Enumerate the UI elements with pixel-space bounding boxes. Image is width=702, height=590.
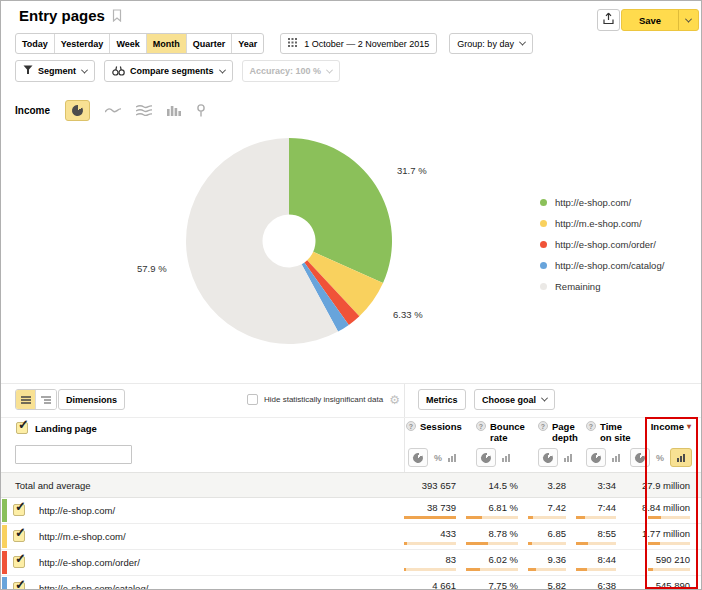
accuracy-label: Accuracy: 100 % <box>250 66 322 76</box>
segment-button[interactable]: Segment <box>15 60 95 82</box>
column-header-income[interactable]: Income ▾ <box>624 421 691 432</box>
view-tree-button[interactable] <box>36 390 56 409</box>
income-chart-region: 31.7 % 6.33 % 57.9 % http://e-shop.com/ … <box>1 125 702 383</box>
chart-type-map-button[interactable] <box>196 104 206 117</box>
tab-quarter[interactable]: Quarter <box>187 34 233 53</box>
hide-insignificant-checkbox[interactable] <box>247 394 258 405</box>
row-url[interactable]: http://e-shop.com/order/ <box>39 550 140 575</box>
metric-bar: Income <box>15 97 206 123</box>
row-url[interactable]: http://m.e-shop.com/ <box>39 524 126 549</box>
dimension-title: Landing page <box>35 423 97 434</box>
column-header-bounce-rate[interactable]: ? Bounce rate <box>476 421 526 443</box>
row-checkbox[interactable] <box>13 530 25 542</box>
bars-view-button[interactable] <box>564 454 572 462</box>
binoculars-icon <box>112 65 130 78</box>
table-row: http://e-shop.com/order/ 83 6.02 % 9.36 … <box>1 550 702 576</box>
group-by-button[interactable]: Group: by day <box>449 33 533 54</box>
tab-year[interactable]: Year <box>232 34 263 53</box>
pie-view-button[interactable] <box>538 448 558 467</box>
accuracy-dropdown[interactable]: Accuracy: 100 % <box>242 60 341 82</box>
help-icon[interactable]: ? <box>586 421 596 431</box>
chart-type-stacked-button[interactable] <box>136 104 152 116</box>
chart-type-pie-button[interactable] <box>65 100 90 121</box>
row-checkbox[interactable] <box>13 582 25 590</box>
export-icon <box>602 11 615 29</box>
stacked-area-icon <box>136 104 152 116</box>
tab-yesterday[interactable]: Yesterday <box>55 34 111 53</box>
bars-view-button[interactable] <box>502 454 510 462</box>
pie-view-button[interactable] <box>586 448 606 467</box>
help-icon[interactable]: ? <box>406 421 416 431</box>
pie-view-button[interactable] <box>630 448 650 467</box>
column-header-sessions[interactable]: ? Sessions <box>406 421 462 432</box>
column-header-page-depth[interactable]: ? Page depth <box>538 421 584 443</box>
mini-bar <box>404 516 456 519</box>
mini-bar <box>528 542 566 545</box>
donut-slice[interactable] <box>289 138 392 283</box>
segment-label: Segment <box>38 66 76 76</box>
save-menu-chevron[interactable] <box>679 10 698 30</box>
pie-view-button[interactable] <box>408 448 428 467</box>
period-toolbar: Today Yesterday Week Month Quarter Year … <box>15 33 533 54</box>
tab-month[interactable]: Month <box>147 34 187 53</box>
mini-bar <box>466 516 518 519</box>
page-header: Entry pages Save <box>1 1 701 33</box>
bars-view-button[interactable] <box>612 454 620 462</box>
legend-item[interactable]: http://e-shop.com/catalog/ <box>540 260 664 271</box>
pie-chart-icon <box>590 452 602 464</box>
metric-label: Income <box>15 105 50 116</box>
pie-view-button[interactable] <box>476 448 496 467</box>
view-list-button[interactable] <box>16 390 36 409</box>
export-button[interactable] <box>597 9 620 31</box>
line-chart-icon <box>105 105 121 115</box>
bars-view-button[interactable] <box>448 454 456 462</box>
metrics-button[interactable]: Metrics <box>418 389 466 410</box>
choose-goal-button[interactable]: Choose goal <box>474 389 555 410</box>
mini-bar <box>576 568 616 571</box>
row-color-strip <box>2 577 7 590</box>
chart-type-columns-button[interactable] <box>167 105 181 116</box>
hide-insignificant-label: Hide statistically insignificant data <box>264 395 383 404</box>
help-icon[interactable]: ? <box>476 421 486 431</box>
legend-item[interactable]: http://e-shop.com/order/ <box>540 239 664 250</box>
mini-bar <box>404 542 456 545</box>
income-donut-svg[interactable] <box>184 136 394 346</box>
gear-icon[interactable]: ⚙ <box>389 394 400 406</box>
chart-type-line-button[interactable] <box>105 105 121 115</box>
column-chart-icon <box>167 105 181 116</box>
bookmark-icon[interactable] <box>112 9 122 22</box>
row-url[interactable]: http://e-shop.com/ <box>39 498 115 523</box>
row-url[interactable]: http://e-shop.com/catalog/ <box>39 576 148 590</box>
tab-today[interactable]: Today <box>16 34 55 53</box>
percent-view-button[interactable]: % <box>434 453 442 463</box>
income-display-options: % <box>630 447 692 468</box>
dimensions-button[interactable]: Dimensions <box>58 389 125 410</box>
legend-dot <box>540 283 547 290</box>
sessions-display-options: % <box>408 447 456 468</box>
tab-week[interactable]: Week <box>110 34 146 53</box>
legend-dot <box>540 262 547 269</box>
save-button-label[interactable]: Save <box>622 10 678 30</box>
date-range-button[interactable]: 1 October — 2 November 2015 <box>280 33 437 54</box>
slice-callout: 6.33 % <box>393 309 423 320</box>
legend-item[interactable]: http://m.e-shop.com/ <box>540 218 664 229</box>
group-by-label: Group: by day <box>457 39 514 49</box>
table-row: http://e-shop.com/catalog/ 4 661 7.75 % … <box>1 576 702 590</box>
save-button[interactable]: Save <box>621 9 699 31</box>
help-icon[interactable]: ? <box>538 421 548 431</box>
period-tabs: Today Yesterday Week Month Quarter Year <box>15 33 264 54</box>
row-checkbox[interactable] <box>13 556 25 568</box>
bars-view-button-active[interactable] <box>670 448 692 467</box>
legend-item[interactable]: Remaining <box>540 281 664 292</box>
compare-segments-button[interactable]: Compare segments <box>104 60 233 82</box>
pie-chart-icon <box>71 104 84 117</box>
select-all-checkbox[interactable] <box>16 422 28 434</box>
dimension-header: Landing page <box>16 422 97 434</box>
landing-page-filter-input[interactable] <box>15 445 132 464</box>
pie-chart-icon <box>480 452 492 464</box>
percent-view-button[interactable]: % <box>656 453 664 463</box>
row-checkbox[interactable] <box>13 504 25 516</box>
legend-item[interactable]: http://e-shop.com/ <box>540 197 664 208</box>
depth-display-options <box>538 447 572 468</box>
slice-callout: 57.9 % <box>137 263 167 274</box>
